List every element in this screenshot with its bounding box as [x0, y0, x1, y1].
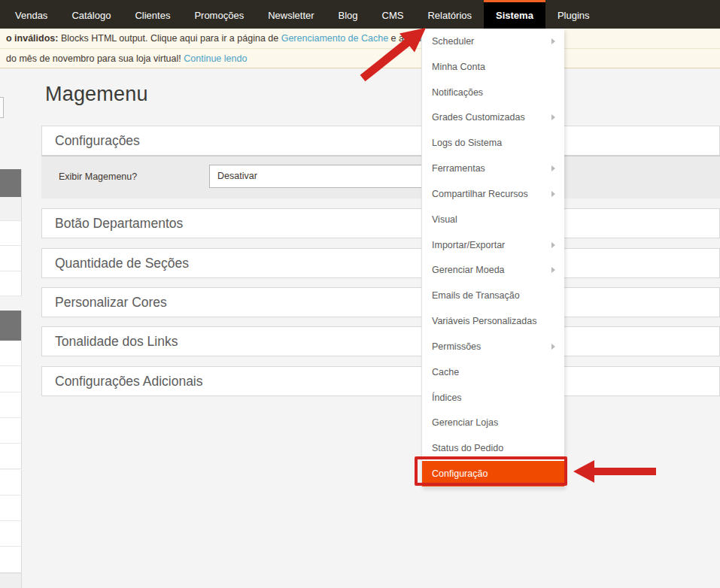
news-notice: do mês de novembro para sua loja virtual…: [0, 49, 720, 68]
menu-item-label: Logs do Sistema: [432, 138, 502, 148]
admin-screen: Vendas Catálogo Clientes Promoções Newsl…: [0, 0, 720, 588]
cache-management-link[interactable]: Gerenciamento de Cache: [281, 33, 388, 44]
section-panel-header: Quantidade de Seções: [42, 249, 719, 279]
menu-item-label: Notificações: [432, 87, 483, 98]
cutoff-row: [0, 366, 22, 392]
menu-item-compartilhar-recursos[interactable]: Compartilhar Recursos: [422, 181, 564, 207]
menu-item-gerenciar-moeda[interactable]: Gerenciar Moeda: [422, 257, 564, 283]
menu-item-label: Ferramentas: [432, 163, 485, 174]
menu-item-label: Status do Pedido: [432, 443, 503, 453]
section-panel-header: Configurações Adicionais: [42, 367, 719, 397]
menu-item-indices[interactable]: Índices: [422, 385, 564, 411]
news-text: do mês de novembro para sua loja virtual…: [6, 53, 184, 64]
nav-item-vendas[interactable]: Vendas: [3, 0, 59, 29]
nav-item-label: Clientes: [135, 10, 170, 21]
menu-item-gerenciar-lojas[interactable]: Gerenciar Lojas: [422, 410, 564, 435]
menu-item-ferramentas[interactable]: Ferramentas: [422, 156, 564, 181]
menu-item-label: Gerenciar Lojas: [432, 417, 498, 428]
nav-item-blog[interactable]: Blog: [327, 0, 370, 29]
cutoff-row: [0, 496, 22, 521]
cutoff-row: [0, 418, 22, 444]
exibir-magemenu-select[interactable]: Desativar: [209, 165, 429, 188]
menu-item-label: Índices: [432, 393, 462, 403]
cutoff-row: [0, 521, 22, 547]
cutoff-row: [0, 169, 22, 197]
continue-reading-link[interactable]: Continue lendo: [184, 53, 247, 64]
nav-item-clientes[interactable]: Clientes: [123, 0, 182, 29]
cutoff-row: [0, 197, 22, 221]
nav-item-label: Promoções: [194, 10, 244, 21]
menu-item-emails-de-transacao[interactable]: Emails de Transação: [422, 283, 564, 308]
menu-item-label: Importar/Exportar: [432, 240, 505, 250]
menu-item-label: Cache: [432, 367, 459, 377]
menu-item-label: Scheduler: [432, 36, 474, 47]
section-botao-departamentos[interactable]: Botão Departamentos: [41, 208, 720, 238]
notice-bold-prefix: o inválidos:: [6, 33, 58, 44]
nav-item-label: Relatórios: [427, 10, 472, 21]
section-configuracoes-header: Configurações: [42, 126, 719, 156]
nav-item-cms[interactable]: CMS: [370, 0, 416, 29]
cutoff-row: [0, 271, 22, 296]
menu-item-minha-conta[interactable]: Minha Conta: [422, 54, 564, 80]
section-panel-header: Tonalidade dos Links: [42, 327, 719, 357]
nav-item-label: Vendas: [15, 10, 47, 21]
nav-item-label: Sistema: [496, 10, 533, 21]
cutoff-row: [0, 246, 22, 271]
cutoff-row: [0, 547, 22, 572]
section-panel-header: Botão Departamentos: [42, 209, 719, 239]
section-personalizar-cores[interactable]: Personalizar Cores: [41, 287, 720, 317]
nav-item-sistema[interactable]: Sistema: [484, 0, 545, 29]
nav-item-label: CMS: [382, 10, 404, 21]
nav-item-label: Newsletter: [268, 10, 314, 21]
section-panel-header: Personalizar Cores: [42, 288, 719, 318]
section-configuracoes[interactable]: Configurações: [41, 126, 720, 156]
submenu-arrow-icon: [551, 165, 555, 171]
section-quantidade-de-secoes[interactable]: Quantidade de Seções: [41, 248, 720, 278]
page-title: Magemenu: [45, 83, 148, 106]
menu-item-label: Permissões: [432, 341, 481, 352]
menu-item-label: Variáveis Personalizadas: [432, 316, 536, 326]
cutoff-row: [0, 444, 22, 469]
menu-item-label: Minha Conta: [432, 62, 485, 72]
submenu-arrow-icon: [551, 344, 555, 350]
arrow-to-configuracao: [573, 460, 656, 483]
nav-item-promocoes[interactable]: Promoções: [182, 0, 256, 29]
menu-item-scheduler[interactable]: Scheduler: [422, 29, 564, 54]
cutoff-row: [0, 221, 22, 246]
menu-item-label: Configuração: [432, 468, 488, 479]
nav-item-newsletter[interactable]: Newsletter: [256, 0, 326, 29]
section-tonalidade-dos-links[interactable]: Tonalidade dos Links: [41, 326, 720, 356]
submenu-arrow-icon: [551, 242, 555, 248]
menu-item-label: Grades Customizadas: [432, 112, 525, 123]
cutoff-bottom-strip: [0, 573, 22, 588]
notice-area: o inválidos: Blocks HTML output. Clique …: [0, 29, 720, 68]
menu-item-configuracao[interactable]: Configuração: [422, 461, 564, 486]
cache-invalid-notice: o inválidos: Blocks HTML output. Clique …: [0, 29, 720, 49]
nav-item-plugins[interactable]: Plugins: [545, 0, 602, 29]
submenu-arrow-icon: [551, 267, 555, 273]
nav-item-catalogo[interactable]: Catálogo: [59, 0, 123, 29]
menu-item-permissoes[interactable]: Permissões: [422, 334, 564, 359]
menu-item-variaveis-personalizadas[interactable]: Variáveis Personalizadas: [422, 308, 564, 334]
nav-item-label: Catálogo: [71, 10, 111, 21]
exibir-magemenu-label: Exibir Magemenu?: [59, 171, 137, 182]
menu-item-logs-do-sistema[interactable]: Logs do Sistema: [422, 130, 564, 156]
section-configuracoes-adicionais[interactable]: Configurações Adicionais: [41, 366, 720, 396]
menu-item-label: Visual: [432, 214, 457, 225]
notice-text: Blocks HTML output. Clique aqui para ir …: [58, 33, 281, 44]
menu-item-notificacoes[interactable]: Notificações: [422, 80, 564, 105]
menu-item-visual[interactable]: Visual: [422, 207, 564, 232]
menu-item-grades-customizadas[interactable]: Grades Customizadas: [422, 105, 564, 130]
menu-item-cache[interactable]: Cache: [422, 359, 564, 385]
cutoff-row: [0, 311, 22, 341]
top-navbar: Vendas Catálogo Clientes Promoções Newsl…: [0, 0, 720, 29]
menu-item-label: Gerenciar Moeda: [432, 265, 505, 275]
submenu-arrow-icon: [551, 38, 555, 44]
cutoff-row: [0, 470, 22, 496]
menu-item-importar-exportar[interactable]: Importar/Exportar: [422, 232, 564, 258]
cutoff-box: [0, 97, 4, 118]
menu-item-status-do-pedido[interactable]: Status do Pedido: [422, 435, 564, 461]
nav-item-relatorios[interactable]: Relatórios: [415, 0, 484, 29]
nav-item-label: Plugins: [557, 10, 590, 21]
sistema-dropdown-menu: Scheduler Minha Conta Notificações Grade…: [421, 29, 564, 487]
